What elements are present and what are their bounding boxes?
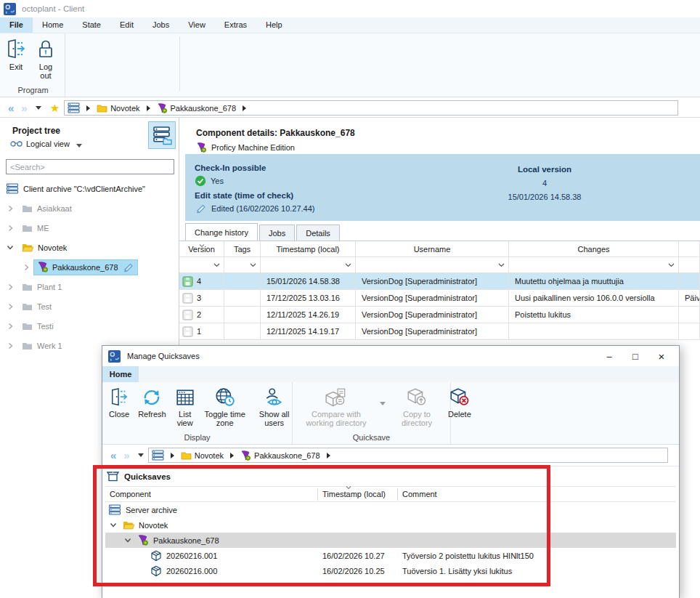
quicksave-entry[interactable]: 20260216.000 16/02/2026 10.25 Tuöversio … [105,563,676,578]
toggle-time-zone-button[interactable]: Toggle time zone [202,386,248,429]
server-archive-icon[interactable] [68,102,80,113]
favorites-star-icon[interactable]: ★ [50,102,60,115]
breadcrumb-item-component[interactable]: Pakkauskone_678 [240,450,320,461]
quicksave-tree-root[interactable]: Server archive [105,502,676,517]
table-cell[interactable] [224,290,261,307]
tab-change-history[interactable]: Change history [185,223,258,241]
minimize-button[interactable]: – [596,346,622,366]
menu-tab-edit[interactable]: Edit [110,17,143,33]
filter-changes[interactable] [509,257,679,273]
table-cell[interactable] [224,323,261,340]
nav-history-dropdown-icon[interactable] [138,453,144,457]
server-archive-icon[interactable] [152,450,164,461]
filter-version[interactable] [179,257,224,273]
chevron-right-icon[interactable] [6,323,15,330]
breadcrumb-item-folder[interactable]: Novotek [181,451,224,460]
quicksave-entry[interactable]: 20260216.001 16/02/2026 10.27 Työversio … [105,548,676,563]
column-header-timestamp[interactable]: Timestamp (local) [322,490,386,498]
quicksave-tree-folder[interactable]: Novotek [105,517,676,533]
refresh-button[interactable]: Refresh [136,386,168,420]
column-header-changes[interactable]: Changes [509,241,679,257]
menu-tab-extras[interactable]: Extras [215,17,256,33]
menu-tab-jobs[interactable]: Jobs [143,17,179,33]
search-input[interactable] [6,159,174,174]
breadcrumb-item-component[interactable]: Pakkauskone_678 [157,103,237,113]
exit-button[interactable]: Exit [4,37,28,73]
filter-timestamp[interactable] [261,257,356,273]
table-cell[interactable] [679,323,700,340]
table-cell[interactable]: 12/11/2025 14.19.17 [261,323,356,340]
table-row[interactable]: 3 [179,290,224,307]
archive-view-button[interactable] [148,121,176,149]
table-cell[interactable]: Päivite [679,290,700,307]
chevron-right-icon[interactable] [6,205,15,212]
chevron-right-icon[interactable] [6,342,15,349]
tree-item-novotek[interactable]: Novotek [0,238,179,257]
close-button[interactable]: × [648,346,675,366]
table-cell[interactable] [224,307,261,323]
column-header-timestamp[interactable]: Timestamp (local) [261,241,356,257]
nav-forward-icon[interactable]: » [17,101,30,116]
show-all-users-button[interactable]: Show all users [253,386,296,429]
chevron-down-icon[interactable] [110,521,117,530]
tree-item-me[interactable]: ME [0,218,179,238]
table-cell[interactable]: Uusi paikallinen versio 106.0.0 versioll… [509,290,679,307]
column-header-comment[interactable]: Comment [402,490,437,498]
table-cell[interactable]: 17/12/2025 13.03.16 [261,290,356,307]
menu-tab-home[interactable]: Home [33,17,73,33]
chevron-right-icon[interactable] [6,283,15,291]
menu-tab-help[interactable]: Help [256,17,292,33]
table-cell[interactable] [679,273,700,290]
chevron-right-icon[interactable] [6,225,15,232]
menu-tab-view[interactable]: View [179,17,215,33]
selected-tree-node[interactable]: Pakkauskone_678 [33,259,138,275]
table-cell[interactable]: VersionDog [Superadministrator] [356,290,509,307]
table-cell[interactable]: Muutettu ohjelmaa ja muuttujia [509,273,679,290]
column-header-username[interactable]: Username [356,241,509,257]
tab-details[interactable]: Details [296,225,340,241]
table-cell[interactable]: 15/01/2026 14.58.38 [261,273,356,290]
close-dialog-button[interactable]: Close [107,386,131,420]
nav-back-icon[interactable]: « [4,101,17,116]
nav-back-icon[interactable]: « [107,448,120,463]
table-cell[interactable] [679,307,700,323]
table-cell[interactable] [509,323,679,340]
table-cell[interactable]: VersionDog [Superadministrator] [356,307,509,323]
nav-forward-icon[interactable]: » [120,448,133,463]
column-header-tags[interactable]: Tags [224,241,261,257]
table-cell[interactable]: VersionDog [Superadministrator] [356,323,509,340]
table-cell[interactable] [224,273,261,290]
tab-jobs[interactable]: Jobs [259,225,295,241]
filter-username[interactable] [356,257,509,273]
chevron-right-icon[interactable] [22,264,30,271]
nav-history-dropdown-icon[interactable] [36,106,41,110]
column-header-version[interactable]: Version [179,241,224,257]
tree-item-asiakkaat[interactable]: Asiakkaat [0,198,179,218]
maximize-button[interactable]: □ [622,346,648,366]
tree-item-pakkauskone[interactable]: Pakkauskone_678 [0,257,179,277]
table-row[interactable]: 2 [179,307,224,323]
view-mode-selector[interactable]: Logical view [10,140,86,148]
list-view-button[interactable]: List view [173,386,198,429]
chevron-down-icon[interactable] [6,244,15,251]
menu-tab-file[interactable]: File [0,17,33,33]
tree-item-plant1[interactable]: Plant 1 [0,277,179,296]
table-cell[interactable]: 12/11/2025 14.26.19 [261,307,356,323]
table-row[interactable]: 4 [179,273,224,290]
chevron-down-icon[interactable] [124,536,131,545]
tree-item-test[interactable]: Test [0,296,179,316]
logout-button[interactable]: Log out [33,37,59,81]
table-cell[interactable]: VersionDog [Superadministrator] [356,273,509,290]
menu-tab-state[interactable]: State [73,17,110,33]
delete-quicksave-button[interactable]: Delete [446,386,473,420]
column-header-component[interactable]: Component [110,490,151,498]
chevron-right-icon[interactable] [6,303,15,310]
tree-root-client-archive[interactable]: Client archive "C:\vdClientArchive" [0,179,179,198]
dialog-tab-home[interactable]: Home [102,366,139,382]
table-cell[interactable]: Poistettu lukitus [509,307,679,323]
quicksave-tree-component[interactable]: Pakkauskone_678 [105,533,676,548]
tree-item-testi[interactable]: Testi [0,316,179,336]
breadcrumb-item-folder[interactable]: Novotek [97,104,139,113]
table-row[interactable]: 1 [179,323,224,340]
filter-tags[interactable] [224,257,261,273]
